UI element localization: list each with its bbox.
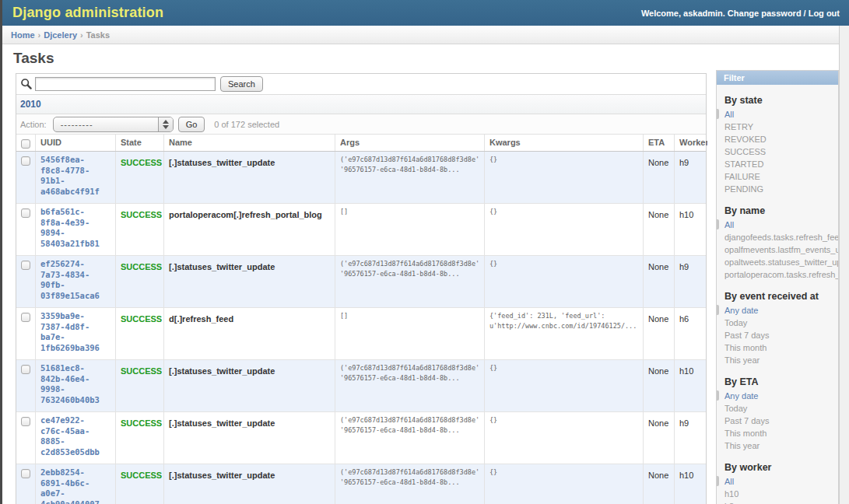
task-uuid-link[interactable]: ef256274-7a73-4834-90fb-03f89e15aca6: [40, 259, 111, 301]
selected-filter-marker: [717, 476, 719, 486]
filter-option-today[interactable]: Today: [717, 402, 838, 415]
window-edge: [0, 0, 2, 504]
date-hierarchy: 2010: [16, 95, 706, 114]
worker-cell: h6: [675, 308, 707, 359]
filter-option-started[interactable]: STARTED: [717, 158, 838, 170]
kwargs-text: {}: [489, 155, 638, 165]
kwargs-cell: {'feed_id': 231L, 'feed_url':u'http://ww…: [485, 308, 644, 359]
task-uuid-link[interactable]: 3359ba9e-7387-4d8f-ba7e-1fb6269ba396: [40, 311, 111, 353]
worker-value: h9: [679, 262, 689, 271]
args-text: []: [340, 311, 479, 321]
filter-option-past-7-days[interactable]: Past 7 days: [717, 415, 838, 427]
filter-option-this-month[interactable]: This month: [717, 427, 838, 439]
table-row: ce47e922-c76c-45aa-8885-c2d853e05dbbSUCC…: [16, 412, 706, 464]
row-checkbox[interactable]: [21, 208, 30, 218]
eta-cell: None: [644, 204, 675, 255]
action-select[interactable]: ---------: [53, 117, 174, 132]
state-cell: SUCCESS: [116, 256, 164, 307]
column-header-uuid[interactable]: UUID: [36, 135, 116, 151]
date-hierarchy-year-link[interactable]: 2010: [20, 99, 41, 110]
filter-option-this-year[interactable]: This year: [717, 439, 838, 452]
row-checkbox[interactable]: [21, 365, 30, 374]
task-name: [.]statuses_twitter_update: [169, 418, 275, 428]
breadcrumb-app-link[interactable]: Djcelery: [44, 30, 77, 40]
filter-option-portaloperacom-tasks-refresh-[interactable]: portaloperacom.tasks.refresh_: [717, 268, 838, 281]
worker-cell: h10: [675, 360, 707, 411]
filter-option-success[interactable]: SUCCESS: [717, 145, 838, 158]
column-header-kwargs[interactable]: Kwargs: [485, 135, 644, 151]
filter-option-all[interactable]: All: [717, 475, 838, 488]
filter-option-failure[interactable]: FAILURE: [717, 170, 838, 183]
breadcrumb-home-link[interactable]: Home: [11, 30, 35, 40]
filter-option-h10[interactable]: h10: [717, 488, 838, 500]
worker-value: h10: [679, 210, 693, 219]
task-uuid-link[interactable]: 51681ec8-842b-46e4-9998-7632460b40b3: [40, 363, 111, 405]
selected-filter-marker: [717, 219, 719, 229]
row-checkbox-cell: [16, 256, 36, 307]
filter-option-any-date[interactable]: Any date: [717, 304, 838, 317]
filter-option-h8[interactable]: h8: [717, 500, 838, 504]
filter-option-today[interactable]: Today: [717, 317, 838, 329]
filter-option-this-month[interactable]: This month: [717, 341, 838, 354]
task-name: portaloperacom[.]refresh_portal_blog: [169, 210, 322, 219]
task-name-cell: [.]statuses_twitter_update: [164, 152, 335, 203]
filter-option-all[interactable]: All: [717, 219, 838, 231]
user-tools-separator: /: [804, 9, 806, 18]
eta-value: None: [648, 366, 668, 376]
eta-value: None: [648, 210, 668, 219]
task-name-cell: portaloperacom[.]refresh_portal_blog: [164, 204, 335, 255]
args-cell: []: [335, 204, 485, 255]
filter-option-this-year[interactable]: This year: [717, 354, 838, 366]
column-header-eta[interactable]: ETA: [644, 135, 675, 151]
uuid-cell: ef256274-7a73-4834-90fb-03f89e15aca6: [36, 256, 116, 307]
row-checkbox[interactable]: [21, 417, 30, 426]
column-header-worker[interactable]: Worker: [675, 135, 707, 151]
search-bar: Search: [16, 74, 706, 95]
row-checkbox-cell: [16, 464, 36, 504]
filter-option-any-date[interactable]: Any date: [717, 390, 838, 402]
column-header-name[interactable]: Name: [164, 135, 335, 151]
changelist-module: Search 2010 Action: --------- Go 0 of 17…: [16, 73, 707, 504]
row-checkbox[interactable]: [21, 261, 30, 270]
column-header-args[interactable]: Args: [335, 135, 485, 151]
column-header-state[interactable]: State: [116, 135, 164, 151]
task-name: [.]statuses_twitter_update: [169, 471, 275, 480]
filter-option-pending[interactable]: PENDING: [717, 183, 838, 195]
task-uuid-link[interactable]: 2ebb8254-6891-4b6c-a0e7-4cb90a404007: [40, 467, 111, 504]
filter-section-title-by-worker: By worker: [724, 462, 838, 473]
filter-option-revoked[interactable]: REVOKED: [717, 133, 838, 145]
task-uuid-link[interactable]: ce47e922-c76c-45aa-8885-c2d853e05dbb: [40, 415, 111, 457]
args-text: '96576157-e6ca-48d1-b8d4-8b...: [340, 425, 479, 436]
filter-option-past-7-days[interactable]: Past 7 days: [717, 329, 838, 341]
filter-option-opaltweets-statuses-twitter-up[interactable]: opaltweets.statuses_twitter_up: [717, 256, 838, 268]
logout-link[interactable]: Log out: [809, 9, 840, 18]
go-button[interactable]: Go: [178, 117, 205, 132]
row-checkbox[interactable]: [21, 313, 30, 322]
args-text: '96576157-e6ca-48d1-b8d4-8b...: [340, 373, 479, 383]
task-name-cell: [.]statuses_twitter_update: [164, 360, 335, 411]
state-badge: SUCCESS: [121, 262, 162, 271]
site-title[interactable]: Django administration: [2, 5, 163, 21]
change-password-link[interactable]: Change password: [728, 9, 802, 18]
state-cell: SUCCESS: [116, 308, 164, 359]
search-button[interactable]: Search: [220, 76, 263, 92]
task-name-cell: [.]statuses_twitter_update: [164, 412, 335, 464]
window-scrollbar[interactable]: [839, 26, 849, 504]
filter-section-title-by-eta: By ETA: [724, 376, 838, 387]
username: askadmin.: [683, 9, 725, 18]
task-uuid-link[interactable]: b6fa561c-8f8a-4e39-9894-58403a21fb81: [40, 207, 111, 249]
filter-option-opalfmevents-lastfm-events-up[interactable]: opalfmevents.lastfm_events_up: [717, 243, 838, 256]
table-row: 2ebb8254-6891-4b6c-a0e7-4cb90a404007SUCC…: [16, 464, 706, 504]
row-checkbox[interactable]: [21, 469, 30, 478]
task-uuid-link[interactable]: 5456f8ea-f8c8-4778-91b1-a468abc4f91f: [40, 155, 111, 197]
uuid-cell: ce47e922-c76c-45aa-8885-c2d853e05dbb: [36, 412, 116, 464]
row-checkbox[interactable]: [21, 156, 30, 166]
search-input[interactable]: [35, 77, 216, 91]
filter-option-all[interactable]: All: [717, 108, 838, 121]
select-all-checkbox[interactable]: [21, 139, 30, 149]
filter-option-retry[interactable]: RETRY: [717, 121, 838, 133]
breadcrumb: Home › Djcelery › Tasks: [2, 26, 839, 44]
args-text: ('e97c687d13d87f614a6d81768d8f3d8e',: [340, 415, 479, 425]
eta-cell: None: [644, 360, 675, 411]
filter-option-djangofeeds-tasks-refresh-feed[interactable]: djangofeeds.tasks.refresh_feed: [717, 231, 838, 243]
